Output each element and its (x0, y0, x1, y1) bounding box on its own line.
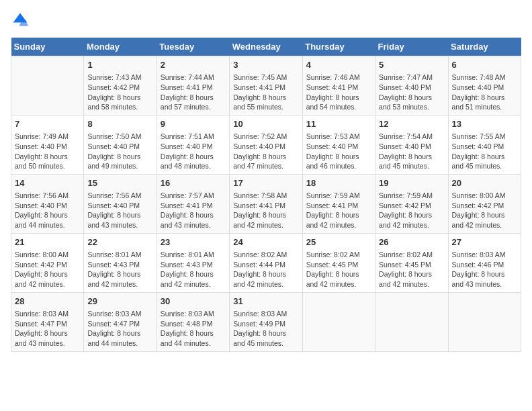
calendar-cell: 16Sunrise: 7:57 AM Sunset: 4:41 PM Dayli… (157, 174, 229, 233)
calendar-week-5: 28Sunrise: 8:03 AM Sunset: 4:47 PM Dayli… (11, 292, 521, 351)
day-number: 14 (15, 177, 80, 189)
header-saturday: Saturday (448, 38, 521, 56)
calendar-cell: 18Sunrise: 7:59 AM Sunset: 4:41 PM Dayli… (302, 174, 375, 233)
day-number: 22 (87, 236, 152, 248)
day-number: 9 (161, 118, 226, 130)
calendar-cell: 26Sunrise: 8:02 AM Sunset: 4:45 PM Dayli… (375, 233, 448, 292)
day-number: 10 (233, 118, 298, 130)
cell-content: Sunrise: 8:03 AM Sunset: 4:47 PM Dayligh… (15, 309, 80, 349)
calendar-week-1: 1Sunrise: 7:43 AM Sunset: 4:42 PM Daylig… (11, 56, 521, 116)
day-number: 12 (379, 118, 444, 130)
day-number: 30 (161, 295, 226, 308)
header-friday: Friday (375, 38, 448, 56)
day-number: 27 (452, 236, 517, 248)
cell-content: Sunrise: 8:01 AM Sunset: 4:43 PM Dayligh… (87, 250, 152, 289)
cell-content: Sunrise: 7:53 AM Sunset: 4:40 PM Dayligh… (306, 132, 371, 171)
calendar-cell: 14Sunrise: 7:56 AM Sunset: 4:40 PM Dayli… (11, 174, 84, 233)
calendar-cell: 2Sunrise: 7:44 AM Sunset: 4:41 PM Daylig… (157, 56, 229, 116)
calendar-cell: 31Sunrise: 8:03 AM Sunset: 4:49 PM Dayli… (230, 292, 302, 351)
cell-content: Sunrise: 7:51 AM Sunset: 4:40 PM Dayligh… (161, 132, 226, 171)
header-sunday: Sunday (11, 38, 84, 56)
day-number: 23 (161, 236, 226, 248)
calendar-cell (375, 292, 448, 351)
cell-content: Sunrise: 8:03 AM Sunset: 4:47 PM Dayligh… (87, 309, 152, 349)
calendar-week-4: 21Sunrise: 8:00 AM Sunset: 4:42 PM Dayli… (11, 233, 521, 292)
cell-content: Sunrise: 7:43 AM Sunset: 4:42 PM Dayligh… (87, 73, 152, 112)
calendar-cell (448, 292, 521, 351)
cell-content: Sunrise: 8:00 AM Sunset: 4:42 PM Dayligh… (15, 250, 80, 289)
day-number: 18 (306, 177, 371, 189)
logo (11, 11, 32, 30)
calendar-cell: 28Sunrise: 8:03 AM Sunset: 4:47 PM Dayli… (11, 292, 84, 351)
calendar-cell: 25Sunrise: 8:02 AM Sunset: 4:45 PM Dayli… (302, 233, 375, 292)
cell-content: Sunrise: 7:48 AM Sunset: 4:40 PM Dayligh… (452, 73, 517, 112)
cell-content: Sunrise: 7:49 AM Sunset: 4:40 PM Dayligh… (15, 132, 80, 171)
day-number: 15 (87, 177, 152, 189)
cell-content: Sunrise: 7:46 AM Sunset: 4:41 PM Dayligh… (306, 73, 371, 112)
day-number: 25 (306, 236, 371, 248)
cell-content: Sunrise: 7:44 AM Sunset: 4:41 PM Dayligh… (161, 73, 226, 112)
day-number: 19 (379, 177, 444, 189)
calendar-cell: 30Sunrise: 8:03 AM Sunset: 4:48 PM Dayli… (157, 292, 229, 351)
cell-content: Sunrise: 7:54 AM Sunset: 4:40 PM Dayligh… (379, 132, 444, 171)
calendar-cell (11, 56, 84, 116)
cell-content: Sunrise: 8:03 AM Sunset: 4:49 PM Dayligh… (233, 309, 298, 349)
day-number: 3 (233, 59, 298, 71)
calendar-cell: 29Sunrise: 8:03 AM Sunset: 4:47 PM Dayli… (84, 292, 157, 351)
day-number: 2 (161, 59, 226, 71)
day-number: 26 (379, 236, 444, 248)
cell-content: Sunrise: 8:01 AM Sunset: 4:43 PM Dayligh… (161, 250, 226, 289)
day-number: 4 (306, 59, 371, 71)
day-number: 13 (452, 118, 517, 130)
calendar-cell: 5Sunrise: 7:47 AM Sunset: 4:40 PM Daylig… (375, 56, 448, 116)
cell-content: Sunrise: 8:03 AM Sunset: 4:48 PM Dayligh… (161, 309, 226, 349)
calendar-cell: 13Sunrise: 7:55 AM Sunset: 4:40 PM Dayli… (448, 115, 521, 174)
calendar-cell: 4Sunrise: 7:46 AM Sunset: 4:41 PM Daylig… (302, 56, 375, 116)
cell-content: Sunrise: 8:02 AM Sunset: 4:45 PM Dayligh… (306, 250, 371, 289)
day-number: 8 (87, 118, 152, 130)
cell-content: Sunrise: 8:00 AM Sunset: 4:42 PM Dayligh… (452, 191, 517, 230)
calendar-cell (302, 292, 375, 351)
calendar-cell: 11Sunrise: 7:53 AM Sunset: 4:40 PM Dayli… (302, 115, 375, 174)
cell-content: Sunrise: 7:45 AM Sunset: 4:41 PM Dayligh… (233, 73, 298, 112)
calendar-table: SundayMondayTuesdayWednesdayThursdayFrid… (11, 38, 521, 352)
header-monday: Monday (84, 38, 157, 56)
day-number: 29 (87, 295, 152, 308)
calendar-cell: 22Sunrise: 8:01 AM Sunset: 4:43 PM Dayli… (84, 233, 157, 292)
page-header (11, 11, 521, 30)
day-number: 31 (233, 295, 298, 308)
cell-content: Sunrise: 7:59 AM Sunset: 4:42 PM Dayligh… (379, 191, 444, 230)
calendar-cell: 8Sunrise: 7:50 AM Sunset: 4:40 PM Daylig… (84, 115, 157, 174)
day-number: 24 (233, 236, 298, 248)
day-number: 6 (452, 59, 517, 71)
cell-content: Sunrise: 8:02 AM Sunset: 4:45 PM Dayligh… (379, 250, 444, 289)
cell-content: Sunrise: 7:56 AM Sunset: 4:40 PM Dayligh… (15, 191, 80, 230)
calendar-cell: 17Sunrise: 7:58 AM Sunset: 4:41 PM Dayli… (230, 174, 302, 233)
cell-content: Sunrise: 7:57 AM Sunset: 4:41 PM Dayligh… (161, 191, 226, 230)
cell-content: Sunrise: 8:02 AM Sunset: 4:44 PM Dayligh… (233, 250, 298, 289)
header-thursday: Thursday (302, 38, 375, 56)
day-number: 1 (87, 59, 152, 71)
cell-content: Sunrise: 7:58 AM Sunset: 4:41 PM Dayligh… (233, 191, 298, 230)
calendar-cell: 19Sunrise: 7:59 AM Sunset: 4:42 PM Dayli… (375, 174, 448, 233)
day-number: 21 (15, 236, 80, 248)
calendar-cell: 15Sunrise: 7:56 AM Sunset: 4:40 PM Dayli… (84, 174, 157, 233)
day-number: 16 (161, 177, 226, 189)
calendar-cell: 10Sunrise: 7:52 AM Sunset: 4:40 PM Dayli… (230, 115, 302, 174)
header-wednesday: Wednesday (230, 38, 302, 56)
day-number: 7 (15, 118, 80, 130)
calendar-week-2: 7Sunrise: 7:49 AM Sunset: 4:40 PM Daylig… (11, 115, 521, 174)
calendar-cell: 6Sunrise: 7:48 AM Sunset: 4:40 PM Daylig… (448, 56, 521, 116)
calendar-cell: 20Sunrise: 8:00 AM Sunset: 4:42 PM Dayli… (448, 174, 521, 233)
calendar-cell: 24Sunrise: 8:02 AM Sunset: 4:44 PM Dayli… (230, 233, 302, 292)
cell-content: Sunrise: 7:59 AM Sunset: 4:41 PM Dayligh… (306, 191, 371, 230)
calendar-cell: 7Sunrise: 7:49 AM Sunset: 4:40 PM Daylig… (11, 115, 84, 174)
calendar-week-3: 14Sunrise: 7:56 AM Sunset: 4:40 PM Dayli… (11, 174, 521, 233)
logo-icon (11, 11, 30, 30)
cell-content: Sunrise: 7:55 AM Sunset: 4:40 PM Dayligh… (452, 132, 517, 171)
cell-content: Sunrise: 7:47 AM Sunset: 4:40 PM Dayligh… (379, 73, 444, 112)
day-number: 5 (379, 59, 444, 71)
day-number: 28 (15, 295, 80, 308)
calendar-cell: 21Sunrise: 8:00 AM Sunset: 4:42 PM Dayli… (11, 233, 84, 292)
day-number: 17 (233, 177, 298, 189)
